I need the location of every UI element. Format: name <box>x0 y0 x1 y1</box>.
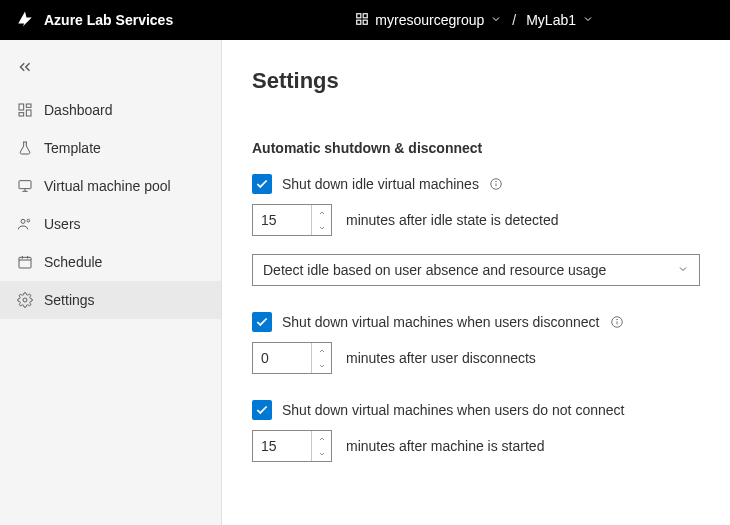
idle-minutes-hint: minutes after idle state is detected <box>346 212 558 228</box>
idle-minutes-input[interactable] <box>252 204 332 236</box>
double-chevron-left-icon <box>16 58 34 76</box>
svg-rect-13 <box>19 257 31 268</box>
chevron-down-icon <box>318 450 326 458</box>
option-idle-shutdown: Shut down idle virtual machines <box>252 174 700 194</box>
chevron-down-icon <box>318 362 326 370</box>
checkbox-idle-shutdown[interactable] <box>252 174 272 194</box>
noconnect-minutes-hint: minutes after machine is started <box>346 438 544 454</box>
option-noconnect-shutdown-label: Shut down virtual machines when users do… <box>282 402 624 418</box>
chevron-down-icon <box>677 262 689 278</box>
breadcrumb-resource-group[interactable]: myresourcegroup <box>355 12 502 29</box>
sidebar-item-label: Template <box>44 140 101 156</box>
vm-icon <box>16 177 34 195</box>
chevron-down-icon <box>490 12 502 28</box>
spinner-up[interactable] <box>312 205 331 220</box>
check-icon <box>255 315 269 329</box>
svg-rect-4 <box>19 104 24 110</box>
svg-point-20 <box>496 181 497 182</box>
azure-icon <box>16 10 34 31</box>
svg-rect-5 <box>26 104 31 107</box>
sidebar-item-label: Dashboard <box>44 102 113 118</box>
users-icon <box>16 215 34 233</box>
breadcrumb-resource-group-label: myresourcegroup <box>375 12 484 28</box>
svg-rect-3 <box>364 20 368 24</box>
svg-point-11 <box>21 219 25 223</box>
svg-rect-0 <box>357 13 361 17</box>
breadcrumb-separator: / <box>512 12 516 28</box>
idle-detection-select[interactable]: Detect idle based on user absence and re… <box>252 254 700 286</box>
section-heading: Automatic shutdown & disconnect <box>252 140 700 156</box>
disconnect-minutes-hint: minutes after user disconnects <box>346 350 536 366</box>
svg-rect-8 <box>19 181 31 189</box>
noconnect-minutes-field[interactable] <box>253 431 311 461</box>
product-name: Azure Lab Services <box>44 12 173 28</box>
svg-point-12 <box>27 219 30 222</box>
chevron-down-icon <box>582 12 594 28</box>
svg-rect-1 <box>364 13 368 17</box>
check-icon <box>255 177 269 191</box>
checkbox-noconnect-shutdown[interactable] <box>252 400 272 420</box>
check-icon <box>255 403 269 417</box>
flask-icon <box>16 139 34 157</box>
spinner-down[interactable] <box>312 358 331 373</box>
idle-minutes-field[interactable] <box>253 205 311 235</box>
disconnect-minutes-input[interactable] <box>252 342 332 374</box>
main-content: Settings Automatic shutdown & disconnect… <box>222 40 730 525</box>
spinner-down[interactable] <box>312 446 331 461</box>
page-title: Settings <box>252 68 700 94</box>
svg-point-17 <box>23 298 27 302</box>
breadcrumb-lab[interactable]: MyLab1 <box>526 12 594 28</box>
dashboard-icon <box>16 101 34 119</box>
chevron-down-icon <box>318 224 326 232</box>
sidebar-collapse-button[interactable] <box>0 50 221 91</box>
sidebar-item-template[interactable]: Template <box>0 129 221 167</box>
option-disconnect-shutdown-label: Shut down virtual machines when users di… <box>282 314 600 330</box>
spinner-up[interactable] <box>312 343 331 358</box>
schedule-icon <box>16 253 34 271</box>
svg-point-23 <box>616 319 617 320</box>
sidebar-item-users[interactable]: Users <box>0 205 221 243</box>
noconnect-minutes-input[interactable] <box>252 430 332 462</box>
sidebar-item-schedule[interactable]: Schedule <box>0 243 221 281</box>
spinner-down[interactable] <box>312 220 331 235</box>
sidebar-item-dashboard[interactable]: Dashboard <box>0 91 221 129</box>
sidebar-item-vm-pool[interactable]: Virtual machine pool <box>0 167 221 205</box>
idle-detection-value: Detect idle based on user absence and re… <box>263 262 606 278</box>
topbar: Azure Lab Services myresourcegroup / MyL… <box>0 0 730 40</box>
info-icon[interactable] <box>489 177 503 191</box>
option-idle-shutdown-label: Shut down idle virtual machines <box>282 176 479 192</box>
svg-rect-6 <box>26 110 31 116</box>
chevron-up-icon <box>318 347 326 355</box>
gear-icon <box>16 291 34 309</box>
sidebar-item-label: Schedule <box>44 254 102 270</box>
disconnect-minutes-field[interactable] <box>253 343 311 373</box>
info-icon[interactable] <box>610 315 624 329</box>
sidebar-item-label: Settings <box>44 292 95 308</box>
svg-rect-7 <box>19 113 24 116</box>
sidebar: Dashboard Template Virtual machine pool … <box>0 40 222 525</box>
spinner-up[interactable] <box>312 431 331 446</box>
option-disconnect-shutdown: Shut down virtual machines when users di… <box>252 312 700 332</box>
svg-rect-2 <box>357 20 361 24</box>
checkbox-disconnect-shutdown[interactable] <box>252 312 272 332</box>
resource-group-icon <box>355 12 369 29</box>
option-noconnect-shutdown: Shut down virtual machines when users do… <box>252 400 700 420</box>
breadcrumb-lab-label: MyLab1 <box>526 12 576 28</box>
sidebar-item-settings[interactable]: Settings <box>0 281 221 319</box>
sidebar-item-label: Virtual machine pool <box>44 178 171 194</box>
product-logo: Azure Lab Services <box>16 10 173 31</box>
chevron-up-icon <box>318 435 326 443</box>
breadcrumb: myresourcegroup / MyLab1 <box>355 12 594 29</box>
chevron-up-icon <box>318 209 326 217</box>
sidebar-item-label: Users <box>44 216 81 232</box>
